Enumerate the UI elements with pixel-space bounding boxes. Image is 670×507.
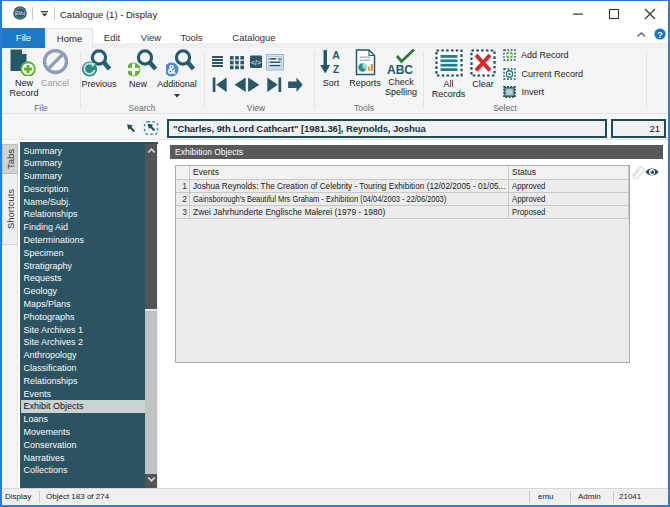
svg-text:EMu: EMu (15, 11, 25, 16)
svg-text:ABC: ABC (387, 63, 413, 76)
svg-text:&: & (167, 63, 176, 77)
svg-text:Z: Z (333, 63, 340, 75)
svg-text:</>: </> (251, 59, 261, 66)
svg-text:A: A (332, 49, 340, 61)
svg-text:?: ? (657, 30, 663, 40)
